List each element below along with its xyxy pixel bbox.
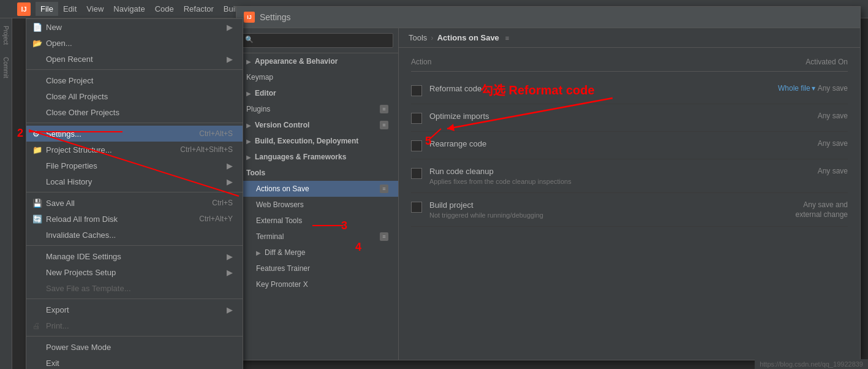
nav-features-trainer-label: Features Trainer — [256, 264, 310, 273]
save-all-shortcut: Ctrl+S — [212, 199, 233, 207]
checkbox-rearrange[interactable] — [411, 140, 422, 151]
annotation-5: 5 — [425, 135, 431, 148]
menu-item-exit-label: Exit — [46, 359, 59, 368]
menu-item-power-save[interactable]: Power Save Mode — [26, 339, 243, 355]
menu-item-settings[interactable]: ⚙ Settings... Ctrl+Alt+S — [26, 126, 243, 142]
separator-6 — [26, 336, 243, 337]
menu-item-settings-label: Settings... — [46, 129, 81, 139]
nav-features-trainer[interactable]: Features Trainer — [236, 261, 398, 276]
checkbox-build[interactable] — [411, 202, 422, 213]
row-optimize-title: Optimize imports — [429, 112, 725, 121]
nav-web-browsers-label: Web Browsers — [256, 200, 304, 209]
menu-item-local-history[interactable]: Local History ▶ — [26, 173, 243, 189]
nav-build[interactable]: ▶ Build, Execution, Deployment — [236, 133, 398, 149]
menu-item-local-history-label: Local History — [46, 177, 92, 186]
row-build-content: Build project Not triggered while runnin… — [429, 200, 725, 219]
checkbox-cleanup[interactable] — [411, 168, 422, 179]
search-wrapper — [241, 33, 393, 48]
row-optimize-activated: Any save — [818, 112, 848, 120]
row-rearrange-title: Rearrange code — [429, 139, 725, 148]
menu-item-new-projects-setup[interactable]: New Projects Setup ▶ — [26, 264, 243, 280]
menu-item-open-label: Open... — [46, 39, 72, 48]
nav-version-control[interactable]: ▶ Version Control ≡ — [236, 117, 398, 133]
menu-edit[interactable]: Edit — [58, 2, 81, 16]
annotation-number-5: 5 — [425, 135, 431, 147]
nav-plugins[interactable]: Plugins ≡ — [236, 101, 398, 117]
menu-item-invalidate-caches[interactable]: Invalidate Caches... — [26, 227, 243, 243]
settings-content-panel: Tools › Actions on Save ≡ Action Activat… — [399, 28, 860, 360]
menu-item-close-all-projects[interactable]: Close All Projects — [26, 88, 243, 104]
expand-build-icon: ▶ — [246, 138, 251, 145]
nav-diff-merge-label: Diff & Merge — [265, 248, 305, 257]
file-scope-dropdown[interactable]: Whole file ▾ — [778, 84, 815, 93]
annotation-4: 4 — [355, 241, 361, 254]
menu-item-project-structure[interactable]: 📁 Project Structure... Ctrl+Alt+Shift+S — [26, 142, 243, 158]
row-reformat: Reformat code Whole file ▾ Any save — [411, 77, 848, 104]
nav-key-promoter[interactable]: Key Promoter X — [236, 276, 398, 292]
menu-view[interactable]: View — [81, 2, 108, 16]
row-rearrange-activated: Any save — [818, 139, 848, 148]
menu-item-export[interactable]: Export ▶ — [26, 302, 243, 318]
nav-languages[interactable]: ▶ Languages & Frameworks — [236, 149, 398, 165]
nav-terminal[interactable]: Terminal ≡ — [236, 229, 398, 245]
nav-diff-merge[interactable]: ▶ Diff & Merge — [236, 245, 398, 261]
nav-appearance[interactable]: ▶ Appearance & Behavior — [236, 53, 398, 69]
expand-appearance-icon: ▶ — [246, 58, 251, 65]
menu-item-close-project[interactable]: Close Project — [26, 72, 243, 88]
scope-chevron-icon: ▾ — [812, 84, 815, 93]
menu-item-file-properties[interactable]: File Properties ▶ — [26, 158, 243, 173]
menu-item-exit[interactable]: Exit — [26, 355, 243, 369]
menu-item-invalidate-caches-label: Invalidate Caches... — [46, 230, 116, 240]
settings-search-input[interactable] — [241, 33, 393, 48]
annotation-chinese: 勾选 Reformat code — [481, 82, 595, 99]
footer-url: https://blog.csdn.net/qq_19922839 — [755, 359, 868, 369]
separator-5 — [26, 299, 243, 299]
settings-title: Settings — [260, 12, 291, 22]
settings-titlebar: IJ Settings — [236, 7, 860, 28]
sidebar-tab-project[interactable]: Project — [1, 21, 10, 50]
menu-item-reload-disk[interactable]: 🔄 Reload All from Disk Ctrl+Alt+Y — [26, 211, 243, 227]
annotation-2: 2 — [17, 127, 23, 140]
menu-code[interactable]: Code — [150, 2, 179, 16]
reload-shortcut: Ctrl+Alt+Y — [199, 215, 233, 223]
nav-web-browsers[interactable]: Web Browsers — [236, 197, 398, 213]
menu-item-close-other-projects[interactable]: Close Other Projects — [26, 104, 243, 120]
menu-refactor[interactable]: Refactor — [179, 2, 219, 16]
annotation-3: 3 — [341, 219, 347, 232]
nav-external-tools[interactable]: External Tools — [236, 213, 398, 229]
menu-item-manage-ide[interactable]: Manage IDE Settings ▶ — [26, 248, 243, 264]
col-activated-header: Activated On — [738, 58, 848, 66]
open-recent-arrow-icon: ▶ — [227, 55, 233, 64]
row-cleanup-content: Run code cleanup Applies fixes from the … — [429, 167, 725, 185]
nav-tools-label: Tools — [246, 169, 265, 177]
settings-dialog: IJ Settings ▶ Appearance & Behavior Keym… — [236, 6, 861, 360]
nav-tools[interactable]: Tools — [236, 165, 398, 181]
nav-keymap[interactable]: Keymap — [236, 69, 398, 85]
expand-diff-icon: ▶ — [256, 249, 261, 256]
separator-2 — [26, 123, 243, 123]
menu-item-save-all[interactable]: 💾 Save All Ctrl+S — [26, 195, 243, 211]
checkbox-optimize[interactable] — [411, 113, 422, 124]
nav-languages-label: Languages & Frameworks — [255, 153, 346, 161]
nav-actions-on-save[interactable]: Actions on Save ≡ — [236, 181, 398, 197]
menu-item-export-label: Export — [46, 305, 69, 314]
checkbox-reformat[interactable] — [411, 85, 422, 96]
menu-item-new[interactable]: 📄 New ▶ — [26, 19, 243, 35]
menu-file[interactable]: File — [36, 2, 58, 16]
menu-item-open[interactable]: 📂 Open... — [26, 35, 243, 51]
menu-item-save-template: Save File as Template... — [26, 280, 243, 296]
settings-body: ▶ Appearance & Behavior Keymap ▶ Editor … — [236, 28, 860, 360]
sidebar-tab-commit[interactable]: Commit — [1, 52, 10, 83]
menu-navigate[interactable]: Navigate — [108, 2, 149, 16]
row-build-activated-line1: Any save and — [803, 200, 848, 209]
menu-item-save-all-label: Save All — [46, 199, 75, 208]
project-structure-icon: 📁 — [32, 145, 42, 154]
menu-item-project-structure-label: Project Structure... — [46, 145, 112, 154]
menu-item-new-label: New — [46, 23, 62, 32]
menu-item-open-recent[interactable]: Open Recent ▶ — [26, 51, 243, 67]
menu-item-reload-disk-label: Reload All from Disk — [46, 215, 118, 224]
nav-editor[interactable]: ▶ Editor — [236, 85, 398, 101]
menu-item-save-template-label: Save File as Template... — [46, 284, 131, 293]
nav-editor-label: Editor — [255, 89, 276, 97]
separator-1 — [26, 69, 243, 70]
